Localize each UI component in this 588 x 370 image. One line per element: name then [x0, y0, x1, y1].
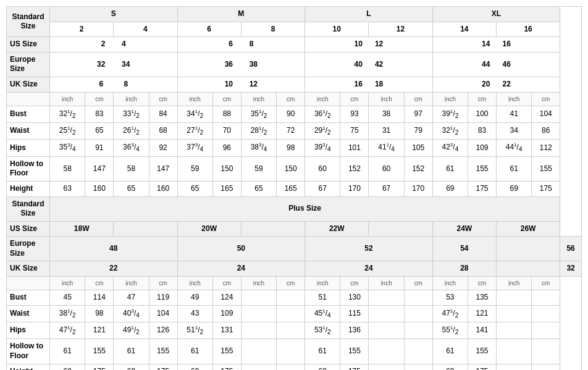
bust-8-cm: 90 [277, 106, 305, 122]
us-size-20w-val: 20W [177, 221, 241, 237]
height-16-inch: 69 [496, 181, 531, 196]
bust-24w-inch-b [369, 290, 404, 306]
hips-24w-cm-b [404, 322, 432, 339]
unit-cm-8: cm [532, 92, 560, 106]
unit-inch-5: inch [305, 92, 340, 106]
height-8-inch: 65 [241, 181, 276, 196]
bust-16-cm: 104 [532, 106, 560, 122]
hips-26w-inch: 551/2 [432, 322, 468, 339]
eu-size-50: 50 [177, 237, 305, 261]
eu-sizes-xl: 44 46 [432, 52, 560, 77]
unit-cm-p6: cm [404, 277, 432, 290]
hips-6-cm: 96 [212, 140, 241, 156]
waist-22w-cm-b [277, 305, 305, 322]
unit-inch-2: inch [114, 92, 149, 106]
waist-4-inch: 261/2 [114, 122, 149, 139]
bust-26w-cm-b [532, 290, 560, 306]
bust-2-cm: 83 [85, 106, 114, 122]
uk-size-28: 28 [432, 261, 496, 277]
us-sizes-m: 6 8 [177, 37, 305, 53]
hips-6-inch: 373/4 [177, 140, 212, 156]
unit-inch-1: inch [50, 92, 85, 106]
waist-14-cm: 83 [468, 122, 497, 139]
eu-sizes-m: 36 38 [177, 52, 305, 77]
unit-cm-1: cm [85, 92, 114, 106]
uk-sizes-l: 16 18 [305, 77, 433, 92]
htf-22w-cm-b [277, 339, 305, 364]
height-22w-inch: 69 [177, 364, 212, 370]
us-size-26w: 26W [496, 221, 560, 237]
hips-22w-inch-b [241, 322, 276, 339]
height-22w-cm: 175 [212, 364, 241, 370]
waist-22w-inch: 43 [177, 305, 212, 322]
eu-size-48: 48 [50, 237, 178, 261]
waist-18w-inch: 381/2 [50, 305, 85, 322]
waist-22w-inch-b [241, 305, 276, 322]
height-16-cm: 175 [532, 181, 560, 196]
htf-12-cm: 152 [404, 156, 432, 181]
unit-cm-p1: cm [85, 277, 114, 290]
htf-24w-inch: 61 [305, 339, 340, 364]
htf-10-inch: 60 [305, 156, 340, 181]
height-20w-cm: 175 [149, 364, 177, 370]
m-header: M [177, 7, 305, 22]
s-header: S [50, 7, 178, 22]
height-20w-inch: 69 [114, 364, 149, 370]
height-26w-cm: 175 [468, 364, 497, 370]
l-header: L [305, 7, 433, 22]
hips-22w-cm-b [277, 322, 305, 339]
height-4-cm: 160 [149, 181, 177, 196]
bust-24w-inch: 51 [305, 290, 340, 306]
us-size-4: 4 [114, 22, 177, 37]
unit-cm-p7: cm [468, 277, 497, 290]
bust-10-cm: 93 [340, 106, 369, 122]
uk-size-plus-label: UK Size [7, 261, 50, 277]
unit-inch-p4: inch [241, 277, 276, 290]
htf-10-cm: 152 [340, 156, 369, 181]
standard-size-label-2: Standard Size [7, 196, 50, 221]
bust-22w-inch-b [241, 290, 276, 306]
height-12-inch: 67 [369, 181, 404, 196]
us-sizes-s: 2 4 [50, 37, 178, 53]
hips-16-inch: 441/4 [496, 140, 531, 156]
us-size-2: 2 [50, 22, 114, 37]
us-size-18w: 18W [50, 221, 114, 237]
waist-26w-inch-b [496, 305, 531, 322]
standard-size-header: StandardSize [7, 7, 50, 37]
hips-10-inch: 393/4 [305, 140, 340, 156]
bust-26w-inch-b [496, 290, 531, 306]
hips-26w-cm-b [532, 322, 560, 339]
hips-26w-inch-b [496, 322, 531, 339]
waist-6-cm: 70 [212, 122, 241, 139]
height-26w-inch: 69 [432, 364, 468, 370]
unit-cm-p4: cm [277, 277, 305, 290]
height-8-cm: 165 [277, 181, 305, 196]
htf-16-cm: 155 [532, 156, 560, 181]
eu-size-plus-label: Europe Size [7, 237, 50, 261]
htf-8-cm: 150 [277, 156, 305, 181]
htf-26w-cm-b [532, 339, 560, 364]
htf-26w-inch: 61 [432, 339, 468, 364]
bust-18w-cm: 114 [85, 290, 114, 306]
htf-24w-cm: 155 [340, 339, 369, 364]
bust-20w-cm: 119 [149, 290, 177, 306]
bust-4-inch: 331/2 [114, 106, 149, 122]
plus-size-label: Plus Size [50, 196, 560, 221]
unit-cm-p2: cm [149, 277, 177, 290]
us-size-14: 14 [432, 22, 496, 37]
htf-18w-cm: 155 [85, 339, 114, 364]
htf-6-inch: 59 [177, 156, 212, 181]
htf-22w-cm: 155 [212, 339, 241, 364]
uk-size-24: 24 [177, 261, 305, 277]
height-14-cm: 175 [468, 181, 497, 196]
htf-6-cm: 150 [212, 156, 241, 181]
waist-2-inch: 251/2 [50, 122, 85, 139]
waist-24w-inch: 451/4 [305, 305, 340, 322]
waist-14-inch: 321/2 [432, 122, 468, 139]
htf-4-inch: 58 [114, 156, 149, 181]
eu-size-54: 54 [432, 237, 496, 261]
height-6-cm: 165 [212, 181, 241, 196]
bust-label: Bust [7, 106, 50, 122]
htf-14-cm: 155 [468, 156, 497, 181]
htf-2-cm: 147 [85, 156, 114, 181]
